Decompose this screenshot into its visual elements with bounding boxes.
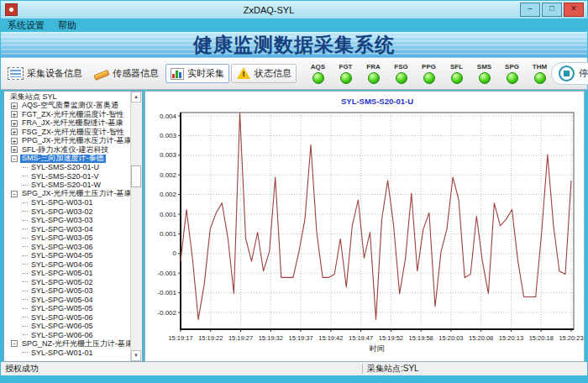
tree-item-label: SYL-SPG-W05-02 (29, 278, 95, 286)
app-window: ZxDAQ-SYL – □ ✕ 系统设置 帮助 健康监测数据采集系统 采集设备信… (0, 0, 588, 383)
tree-root[interactable]: 采集站点 SYL (6, 92, 130, 102)
menu-help[interactable]: 帮助 (51, 18, 83, 33)
tree-item[interactable]: SYL-SPG-W03-01 (6, 198, 130, 207)
tree-item[interactable]: SYL-SPG-W06-06 (6, 331, 130, 340)
app-icon (5, 3, 18, 16)
tree-scrollbar[interactable]: ▲ ▼ (130, 92, 142, 361)
tree-connector (23, 352, 28, 353)
realtime-collect-button[interactable]: 实时采集 (165, 64, 229, 83)
expand-icon[interactable]: + (11, 129, 18, 135)
tree-item[interactable]: -SMS-三向加速度计-泰德 (6, 155, 130, 164)
tree-item[interactable]: SYL-SPG-W06-05 (6, 322, 130, 331)
tree-item[interactable]: SYL-SMS-S20-01-W (6, 181, 130, 190)
tree-item[interactable]: SYL-SPG-W03-03 (6, 216, 130, 225)
chart-panel: SYL-SMS-S20-01-U0.0040.0030.0030.0020.00… (144, 91, 585, 362)
tree-connector (23, 238, 28, 239)
tree-item[interactable]: SYL-SPG-W01-01 (6, 349, 130, 358)
channel-indicator-label: SPG (501, 63, 523, 71)
sensor-info-button[interactable]: 传感器信息 (89, 64, 164, 83)
tree-connector (23, 211, 28, 212)
tree-item[interactable]: -SPG_JX-光纤光栅土压力计-基康 (6, 190, 130, 199)
tree-connector (23, 326, 28, 327)
app-banner-title: 健康监测数据采集系统 (1, 32, 587, 58)
tree-item[interactable]: SYL-SMS-S20-01-V (6, 172, 130, 181)
maximize-button[interactable]: □ (542, 3, 562, 17)
scrollbar-thumb[interactable] (131, 165, 141, 187)
y-axis-tick-label: -0.002 (157, 309, 176, 317)
tree-item[interactable]: SYL-SPG-W05-05 (6, 304, 130, 313)
y-axis-tick-label: 0.001 (160, 211, 177, 218)
tree-item[interactable]: +FRA_JX-光纤光栅裂缝计-基康 (6, 119, 130, 129)
tree-connector (23, 185, 28, 186)
close-button[interactable]: ✕ (564, 3, 584, 17)
channel-indicator-label: SMS (473, 63, 496, 71)
chart-title: SYL-SMS-S20-01-U (341, 97, 413, 106)
channel-indicator-label: SFL (445, 63, 468, 71)
tree-connector (23, 202, 28, 203)
expand-icon[interactable]: + (11, 111, 18, 118)
tree-item[interactable]: -SPG_NZ-光纤光栅土压力计-基康 (6, 339, 130, 349)
tree-item-label: SYL-SPG-W05-03 (29, 286, 95, 295)
tree-item-label: SYL-SPG-W03-06 (29, 243, 95, 251)
expand-icon[interactable]: + (11, 138, 18, 144)
tree-item-label: SYL-SPG-W05-05 (29, 304, 95, 312)
tree-item[interactable]: SYL-SPG-W05-01 (6, 269, 130, 278)
sensor-tree-panel: 采集站点 SYL+AQS-空气质量监测仪-富奥通+FGT_ZX-光纤光栅温度计-… (3, 91, 143, 362)
sensor-info-label: 传感器信息 (113, 67, 159, 80)
tree-item[interactable]: SYL-SPG-W04-05 (6, 251, 130, 260)
tree-item[interactable]: SYL-SPG-W03-05 (6, 233, 130, 243)
tree-item-label: FGT_ZX-光纤光栅温度计-智性 (20, 110, 126, 119)
collapse-icon[interactable]: - (11, 191, 18, 197)
tree-item-label: SYL-SPG-W04-06 (29, 260, 95, 269)
expand-icon[interactable]: + (11, 146, 18, 153)
tree-item[interactable]: +SFL-静力水准仪-建岩科技 (6, 145, 130, 155)
tree-connector (23, 246, 28, 247)
channel-indicator-label: FSG (390, 63, 412, 71)
tree-item-label: SYL-SPG-W03-03 (29, 216, 95, 224)
tree-item[interactable]: +FSG_ZX-光纤光栅应变计-智性 (6, 128, 130, 137)
scroll-up-arrow-icon[interactable]: ▲ (131, 92, 141, 102)
tree-item[interactable]: +PPG_JX-光纤光栅水压力计-基康 (6, 137, 130, 146)
tree-item[interactable]: SYL-SPG-W03-02 (6, 207, 130, 217)
y-axis-tick-label: 0.002 (160, 171, 177, 179)
device-list-icon (8, 67, 24, 80)
tree-connector (23, 167, 28, 168)
tree-item[interactable]: SYL-SMS-S20-01-U (6, 163, 130, 172)
expand-icon[interactable]: + (11, 102, 18, 109)
tree-item[interactable]: SYL-SPG-W05-06 (6, 313, 130, 323)
scroll-down-arrow-icon[interactable]: ▼ (131, 350, 141, 361)
tree-item[interactable]: SYL-SPG-W03-06 (6, 243, 130, 252)
x-axis-tick-label: 15:19:17 (168, 334, 192, 342)
toolbar: 采集设备信息 传感器信息 实时采集 ! 状态信息 AQSFGTFRAFSGPPG… (1, 58, 587, 90)
minimize-button[interactable]: – (520, 3, 540, 17)
menu-system-settings[interactable]: 系统设置 (1, 18, 51, 33)
stop-icon (559, 66, 575, 81)
tree-connector (23, 220, 28, 221)
tree-item-label: SYL-SMS-S20-01-W (29, 181, 102, 189)
tree-connector (23, 273, 28, 274)
tree-item[interactable]: +AQS-空气质量监测仪-富奥通 (6, 102, 130, 111)
tree-item[interactable]: SYL-SPG-W05-03 (6, 286, 130, 296)
tree-item[interactable]: SYL-SPG-W03-04 (6, 225, 130, 234)
tree-item-label: FRA_JX-光纤光栅裂缝计-基康 (20, 119, 125, 129)
tree-connector (23, 299, 28, 300)
status-info-button[interactable]: ! 状态信息 (231, 64, 297, 83)
expand-icon[interactable]: + (11, 120, 18, 127)
collapse-icon[interactable]: - (11, 340, 18, 347)
stop-collect-button[interactable]: 停止采集 (551, 62, 588, 85)
warning-icon: ! (236, 67, 251, 80)
tree-item-label: SYL-SPG-W05-01 (29, 269, 95, 277)
x-axis-tick-label: 15:20:13 (499, 334, 523, 342)
tree-item[interactable]: +FGT_ZX-光纤光栅温度计-智性 (6, 110, 130, 119)
device-info-button[interactable]: 采集设备信息 (3, 64, 87, 83)
y-axis-tick-label: 0.003 (160, 151, 177, 159)
channel-indicator-label: PPG (417, 63, 440, 71)
tree-item[interactable]: SYL-SPG-W05-02 (6, 278, 130, 287)
collapse-icon[interactable]: - (11, 155, 18, 162)
tree-item-label: SYL-SPG-W06-05 (29, 322, 95, 330)
x-axis-tick-label: 15:19:27 (228, 334, 253, 342)
tree-item-label: 采集站点 SYL (8, 92, 59, 102)
tree-item[interactable]: SYL-SPG-W05-04 (6, 296, 130, 305)
tree-item[interactable]: SYL-SPG-W04-06 (6, 260, 130, 270)
x-axis-tick-label: 15:19:32 (259, 334, 283, 342)
